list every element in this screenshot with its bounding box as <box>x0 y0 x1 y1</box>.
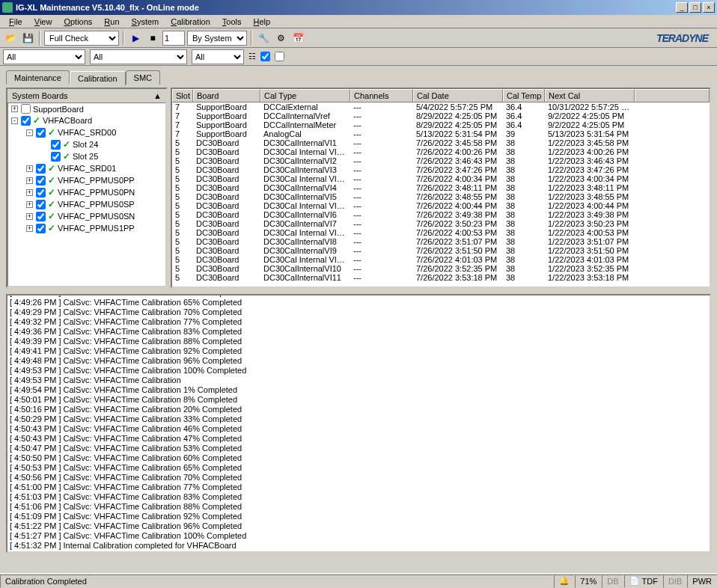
tree-expand-icon[interactable]: - <box>11 117 18 124</box>
tree-label[interactable]: VHFAC_PPMUS1PP <box>58 224 135 233</box>
tree-checkbox[interactable] <box>36 176 46 186</box>
tree-label[interactable]: VHFACBoard <box>43 116 92 125</box>
tree-expand-icon[interactable]: + <box>26 213 33 220</box>
tree-checkbox[interactable] <box>36 212 46 221</box>
filter-checkbox-2[interactable] <box>275 52 284 61</box>
column-header[interactable]: Cal Temp <box>503 89 545 102</box>
table-row[interactable]: 5DC30BoardDC30CalInternalVI4---7/26/2022… <box>172 183 710 192</box>
save-button[interactable]: 💾 <box>20 31 35 46</box>
status-bell[interactable]: 🔔 <box>554 575 575 588</box>
tree-label[interactable]: SupportBoard <box>33 105 84 114</box>
filter-checkbox-1[interactable] <box>260 52 270 61</box>
table-row[interactable]: 5DC30BoardDC30CalInternalVI11---7/26/202… <box>172 273 710 282</box>
count-spinner[interactable] <box>162 31 185 46</box>
tree-expand-icon[interactable]: + <box>26 189 33 196</box>
table-row[interactable]: 5DC30BoardDC30CalInternalVI1---7/26/2022… <box>172 138 710 147</box>
table-row[interactable]: 5DC30BoardDC30Cal Internal VI9_1...---7/… <box>172 255 710 264</box>
table-row[interactable]: 5DC30BoardDC30CalInternalVI3---7/26/2022… <box>172 165 710 174</box>
tree-node[interactable]: +✓VHFAC_PPMUS0SP <box>8 198 165 210</box>
grid-body[interactable]: 7SupportBoardDCCalExternal---5/4/2022 5:… <box>172 102 710 287</box>
tab-smc[interactable]: SMC <box>126 70 160 85</box>
tool-button-2[interactable]: ⚙ <box>273 31 288 46</box>
column-header[interactable]: Cal Date <box>413 89 503 102</box>
table-row[interactable]: 5DC30BoardDC30CalInternalVI2---7/26/2022… <box>172 156 710 165</box>
column-header[interactable]: Cal Type <box>260 89 350 102</box>
table-row[interactable]: 5DC30BoardDC30CalInternalVI10---7/26/202… <box>172 264 710 273</box>
tree-node[interactable]: ✓Slot 25 <box>8 150 165 162</box>
maximize-button[interactable]: □ <box>689 2 701 13</box>
tree-label[interactable]: VHFAC_PPMUS0PP <box>58 176 135 185</box>
minimize-button[interactable]: _ <box>676 2 688 13</box>
column-header[interactable]: Next Cal <box>545 89 635 102</box>
tree-node[interactable]: +SupportBoard <box>8 103 165 114</box>
column-header[interactable]: Slot <box>172 89 193 102</box>
tree-label[interactable]: Slot 25 <box>73 152 98 161</box>
table-row[interactable]: 7SupportBoardDCCalExternal---5/4/2022 5:… <box>172 102 710 111</box>
tool-button-3[interactable]: 📅 <box>290 31 305 46</box>
tree-collapse-icon[interactable]: ▲ <box>153 91 162 100</box>
tree-label[interactable]: VHFAC_PPMUS0PN <box>58 188 135 197</box>
tree-label[interactable]: VHFAC_PPMUS0SN <box>58 212 135 221</box>
table-row[interactable]: 7SupportBoardAnalogCal---5/13/2022 5:31:… <box>172 129 710 138</box>
table-row[interactable]: 5DC30BoardDC30Cal Internal VI3_4...---7/… <box>172 174 710 183</box>
mode-select[interactable]: Full Check <box>44 31 119 46</box>
tree-checkbox[interactable] <box>21 104 31 114</box>
menu-options[interactable]: Options <box>58 16 98 28</box>
close-button[interactable]: × <box>703 2 715 13</box>
menu-view[interactable]: View <box>28 16 58 28</box>
tree-expand-icon[interactable]: + <box>26 201 33 208</box>
tree-expand-icon[interactable]: + <box>26 177 33 184</box>
tree-label[interactable]: VHFAC_SRD00 <box>58 128 116 137</box>
table-row[interactable]: 5DC30BoardDC30Cal Internal VI1_2...---7/… <box>172 147 710 156</box>
tree-checkbox[interactable] <box>51 152 61 162</box>
tree-label[interactable]: VHFAC_SRD01 <box>58 164 116 173</box>
menu-help[interactable]: Help <box>248 16 277 28</box>
tree-node[interactable]: +✓VHFAC_SRD01 <box>8 162 165 174</box>
table-row[interactable]: 7SupportBoardDCCalInternalMeter---8/29/2… <box>172 120 710 129</box>
table-row[interactable]: 5DC30BoardDC30CalInternalVI5---7/26/2022… <box>172 192 710 201</box>
tree-label[interactable]: Slot 24 <box>73 140 98 149</box>
group-select[interactable]: By System <box>187 31 247 46</box>
status-tdf[interactable]: 📄TDF <box>624 575 663 588</box>
table-row[interactable]: 5DC30BoardDC30Cal Internal VI7_8...---7/… <box>172 228 710 237</box>
tree-checkbox[interactable] <box>36 188 46 197</box>
tree-node[interactable]: +✓VHFAC_PPMUS0SN <box>8 210 165 222</box>
filter-2[interactable]: All <box>90 49 187 64</box>
menu-run[interactable]: Run <box>98 16 125 28</box>
tree-label[interactable]: VHFAC_PPMUS0SP <box>58 200 135 209</box>
tree-node[interactable]: ✓Slot 24 <box>8 138 165 150</box>
system-boards-tree[interactable]: +SupportBoard-✓VHFACBoard-✓VHFAC_SRD00✓S… <box>7 102 166 287</box>
table-row[interactable]: 5DC30BoardDC30CalInternalVI8---7/26/2022… <box>172 237 710 246</box>
tab-calibration[interactable]: Calibration <box>70 71 126 85</box>
tree-expand-icon[interactable]: + <box>11 105 18 112</box>
menu-file[interactable]: File <box>3 16 28 28</box>
table-row[interactable]: 7SupportBoardDCCalInternalVref---8/29/20… <box>172 111 710 120</box>
tree-expand-icon[interactable]: + <box>26 225 33 232</box>
tree-checkbox[interactable] <box>36 164 46 174</box>
tree-node[interactable]: -✓VHFACBoard <box>8 114 165 126</box>
menu-tools[interactable]: Tools <box>216 16 248 28</box>
table-row[interactable]: 5DC30BoardDC30CalInternalVI6---7/26/2022… <box>172 210 710 219</box>
tree-checkbox[interactable] <box>21 116 31 126</box>
menu-system[interactable]: System <box>126 16 165 28</box>
tree-expand-icon[interactable]: - <box>26 129 33 136</box>
tree-node[interactable]: -✓VHFAC_SRD00 <box>8 126 165 138</box>
column-header[interactable]: Board <box>193 89 260 102</box>
open-button[interactable]: 📂 <box>3 31 18 46</box>
tree-checkbox[interactable] <box>36 128 46 138</box>
menu-calibration[interactable]: Calibration <box>165 16 216 28</box>
filter-1[interactable]: All <box>3 49 85 64</box>
tree-expand-icon[interactable]: + <box>26 165 33 172</box>
tree-checkbox[interactable] <box>36 224 46 233</box>
table-row[interactable]: 5DC30BoardDC30Cal Internal VI5_6...---7/… <box>172 201 710 210</box>
tool-button-1[interactable]: 🔧 <box>256 31 271 46</box>
column-header[interactable]: Channels <box>350 89 413 102</box>
tree-checkbox[interactable] <box>51 140 61 150</box>
filter-options-icon[interactable]: ☷ <box>248 52 256 61</box>
tree-node[interactable]: +✓VHFAC_PPMUS0PP <box>8 174 165 186</box>
play-button[interactable]: ▶ <box>128 31 143 46</box>
tab-maintenance[interactable]: Maintenance <box>6 70 70 85</box>
log-panel[interactable]: [ 4:49:16 PM ] CalSvc: VHFACTime Calibra… <box>6 294 711 553</box>
table-row[interactable]: 5DC30BoardDC30CalInternalVI7---7/26/2022… <box>172 219 710 228</box>
stop-button[interactable]: ■ <box>145 31 160 46</box>
